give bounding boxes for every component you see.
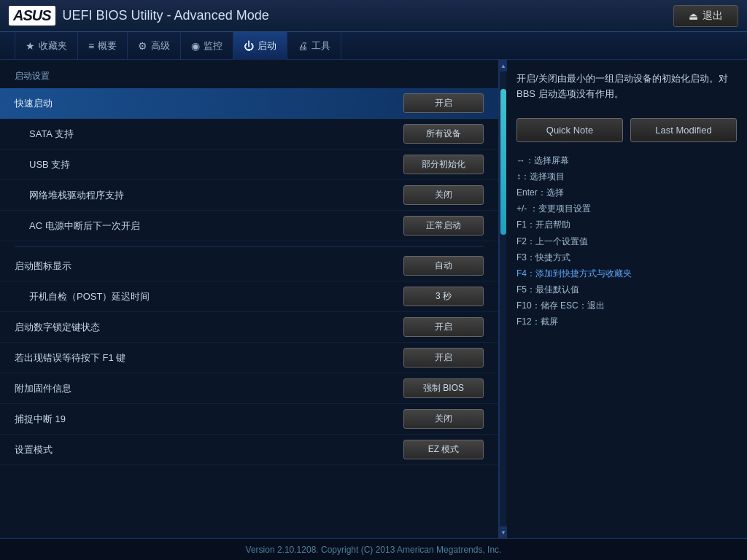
last-modified-button[interactable]: Last Modified	[630, 118, 737, 142]
shortcut-enter: Enter：选择	[516, 184, 737, 201]
numlock-value[interactable]: 开启	[403, 317, 484, 337]
network-stack-value[interactable]: 关闭	[403, 185, 484, 205]
overview-icon: ≡	[88, 40, 94, 52]
setting-fast-boot[interactable]: 快速启动 开启	[0, 88, 498, 119]
nav-overview-label: 概要	[98, 39, 117, 52]
exit-icon: ⏏	[689, 10, 698, 22]
shortcut-change: +/- ：变更项目设置	[516, 201, 737, 217]
navbar: ★ 收藏夹 ≡ 概要 ⚙ 高级 ◉ 监控 ⏻ 启动 🖨 工具	[0, 32, 747, 60]
exit-label: 退出	[703, 9, 723, 23]
asus-logo: ASUS	[9, 6, 55, 26]
setting-network-stack[interactable]: 网络堆栈驱动程序支持 关闭	[0, 180, 498, 211]
shortcut-f4: F4：添加到快捷方式与收藏夹	[516, 265, 737, 281]
setting-setup-mode[interactable]: 设置模式 EZ 模式	[0, 435, 498, 465]
setting-sata-support[interactable]: SATA 支持 所有设备	[0, 119, 498, 149]
fast-boot-value[interactable]: 开启	[403, 93, 484, 113]
shortcut-f2: F2：上一个设置值	[516, 233, 737, 249]
f1-wait-value[interactable]: 开启	[403, 348, 484, 368]
setting-usb-support[interactable]: USB 支持 部分初始化	[0, 149, 498, 180]
nav-monitor-label: 监控	[204, 39, 222, 52]
logo-area: ASUS UEFI BIOS Utility - Advanced Mode	[9, 6, 269, 26]
shortcut-f10: F10：储存 ESC：退出	[516, 298, 737, 314]
post-delay-value[interactable]: 3 秒	[403, 287, 484, 306]
scroll-down-arrow[interactable]: ▼	[500, 526, 507, 538]
shortcut-f1: F1：开启帮助	[516, 217, 737, 233]
f1-wait-label: 若出现错误等待按下 F1 键	[15, 351, 403, 365]
setting-numlock[interactable]: 启动数字锁定键状态 开启	[0, 312, 498, 343]
post-delay-label: 开机自检（POST）延迟时间	[29, 290, 403, 303]
firmware-info-value[interactable]: 强制 BIOS	[403, 378, 484, 398]
boot-logo-value[interactable]: 自动	[403, 256, 484, 276]
button-row: Quick Note Last Modified	[516, 118, 737, 142]
footer-text: Version 2.10.1208. Copyright (C) 2013 Am…	[246, 545, 502, 555]
scroll-up-arrow[interactable]: ▲	[500, 60, 507, 71]
firmware-info-label: 附加固件信息	[15, 382, 403, 395]
setting-post-delay[interactable]: 开机自检（POST）延迟时间 3 秒	[0, 281, 498, 312]
title-text: UEFI BIOS Utility - Advanced Mode	[63, 8, 269, 23]
fast-boot-label: 快速启动	[15, 97, 403, 110]
nav-overview[interactable]: ≡ 概要	[78, 32, 128, 60]
setting-firmware-info[interactable]: 附加固件信息 强制 BIOS	[0, 373, 498, 404]
right-panel: 开启/关闭由最小的一组启动设备的初始化启动。对 BBS 启动选项没有作用。 Qu…	[506, 60, 747, 538]
setting-ac-power[interactable]: AC 电源中断后下一次开启 正常启动	[0, 211, 498, 241]
tools-icon: 🖨	[298, 40, 308, 52]
quick-note-button[interactable]: Quick Note	[516, 118, 623, 142]
left-panel: 启动设置 快速启动 开启 SATA 支持 所有设备 USB 支持 部分初始化 网…	[0, 60, 499, 538]
main-content: 启动设置 快速启动 开启 SATA 支持 所有设备 USB 支持 部分初始化 网…	[0, 60, 747, 538]
nav-favorites-label: 收藏夹	[39, 39, 67, 52]
nav-boot[interactable]: ⏻ 启动	[233, 32, 287, 60]
setting-boot-logo[interactable]: 启动图标显示 自动	[0, 251, 498, 281]
boot-logo-label: 启动图标显示	[15, 260, 403, 273]
nav-tools[interactable]: 🖨 工具	[287, 32, 341, 60]
scroll-track[interactable]: ▲ ▼	[499, 60, 506, 538]
boot-icon: ⏻	[244, 40, 254, 52]
nav-advanced-label: 高级	[151, 39, 170, 52]
shortcut-f3: F3：快捷方式	[516, 249, 737, 265]
divider	[15, 246, 484, 246]
network-stack-label: 网络堆栈驱动程序支持	[29, 189, 403, 202]
footer: Version 2.10.1208. Copyright (C) 2013 Am…	[0, 538, 747, 560]
shortcut-f5: F5：最佳默认值	[516, 281, 737, 298]
setup-mode-label: 设置模式	[15, 443, 403, 456]
nav-boot-label: 启动	[258, 39, 276, 52]
monitor-icon: ◉	[191, 40, 200, 52]
nav-advanced[interactable]: ⚙ 高级	[128, 32, 181, 60]
setting-f1-wait[interactable]: 若出现错误等待按下 F1 键 开启	[0, 343, 498, 373]
favorites-icon: ★	[26, 40, 35, 52]
setup-mode-value[interactable]: EZ 模式	[403, 440, 484, 459]
shortcut-f12: F12：截屏	[516, 314, 737, 330]
nav-monitor[interactable]: ◉ 监控	[181, 32, 233, 60]
ac-power-value[interactable]: 正常启动	[403, 216, 484, 236]
description-box: 开启/关闭由最小的一组启动设备的初始化启动。对 BBS 启动选项没有作用。	[516, 67, 737, 109]
shortcut-select-item: ↕：选择项目	[516, 168, 737, 184]
sata-support-value[interactable]: 所有设备	[403, 124, 484, 144]
shortcut-select-screen: ↔：选择屏幕	[516, 152, 737, 168]
ac-power-label: AC 电源中断后下一次开启	[29, 219, 403, 233]
nav-favorites[interactable]: ★ 收藏夹	[15, 32, 78, 60]
shortcut-list: ↔：选择屏幕 ↕：选择项目 Enter：选择 +/- ：变更项目设置 F1：开启…	[516, 152, 737, 330]
exit-button[interactable]: ⏏ 退出	[673, 5, 738, 27]
advanced-icon: ⚙	[138, 40, 147, 52]
section-label: 启动设置	[0, 67, 498, 88]
nav-tools-label: 工具	[311, 39, 330, 52]
irq19-label: 捕捉中断 19	[15, 413, 403, 426]
scroll-thumb[interactable]	[500, 89, 506, 235]
setting-irq19[interactable]: 捕捉中断 19 关闭	[0, 404, 498, 435]
usb-support-value[interactable]: 部分初始化	[403, 155, 484, 174]
usb-support-label: USB 支持	[29, 158, 403, 171]
sata-support-label: SATA 支持	[29, 128, 403, 141]
numlock-label: 启动数字锁定键状态	[15, 321, 403, 334]
header: ASUS UEFI BIOS Utility - Advanced Mode ⏏…	[0, 0, 747, 32]
irq19-value[interactable]: 关闭	[403, 409, 484, 429]
